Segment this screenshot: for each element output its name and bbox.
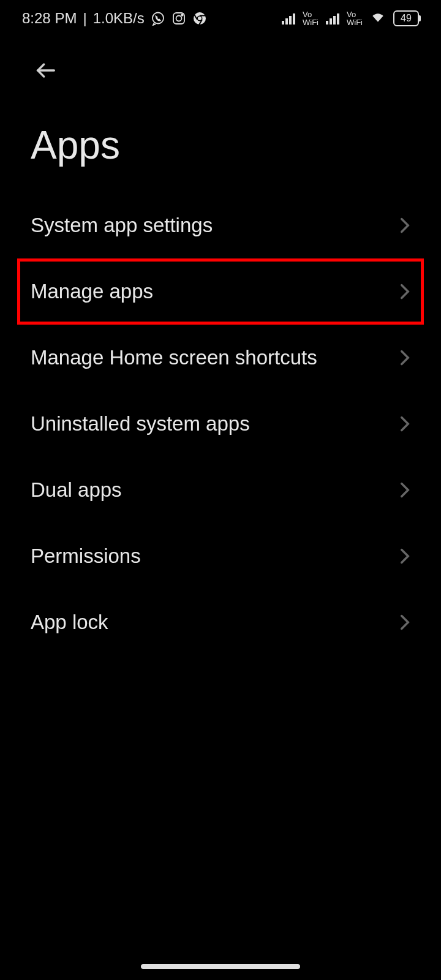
menu-label: Dual apps [31,478,122,502]
chevron-right-icon [399,481,410,499]
menu-label: Permissions [31,545,141,568]
wifi-icon [370,9,386,28]
menu-label: Uninstalled system apps [31,412,250,435]
status-network-speed: 1.0KB/s [93,10,145,27]
svg-point-3 [181,14,183,16]
status-bar-right: VoWiFi VoWiFi 49 [282,9,419,28]
svg-point-6 [198,17,202,20]
chevron-right-icon [399,349,410,366]
menu-item-manage-home-shortcuts[interactable]: Manage Home screen shortcuts [0,325,441,391]
instagram-icon [172,11,186,26]
chevron-right-icon [399,283,410,300]
battery-level: 49 [401,13,412,24]
menu-item-app-lock[interactable]: App lock [0,589,441,655]
status-bar-left: 8:28 PM | 1.0KB/s [22,10,207,27]
menu-item-system-app-settings[interactable]: System app settings [0,192,441,258]
status-separator: | [83,10,86,27]
status-time: 8:28 PM [22,10,77,27]
menu-item-dual-apps[interactable]: Dual apps [0,457,441,523]
menu-label: System app settings [31,214,213,237]
svg-point-2 [176,16,181,21]
whatsapp-icon [151,11,165,26]
menu-item-manage-apps[interactable]: Manage apps [17,258,424,325]
sim1-vowifi-label: VoWiFi [303,10,318,26]
chrome-icon [192,11,207,26]
signal-bars-sim1-icon [282,12,295,24]
menu-item-uninstalled-system-apps[interactable]: Uninstalled system apps [0,391,441,457]
sim2-vowifi-label: VoWiFi [347,10,363,26]
menu-label: Manage Home screen shortcuts [31,346,317,369]
chevron-right-icon [399,415,410,432]
chevron-right-icon [399,548,410,565]
home-indicator[interactable] [141,964,300,969]
settings-menu: System app settings Manage apps Manage H… [0,192,441,655]
page-title: Apps [0,92,441,192]
menu-label: App lock [31,611,108,634]
chevron-right-icon [399,614,410,631]
header [0,37,441,92]
svg-point-0 [153,13,164,24]
back-button[interactable] [31,55,61,86]
menu-item-permissions[interactable]: Permissions [0,523,441,589]
status-bar: 8:28 PM | 1.0KB/s [0,0,441,37]
signal-bars-sim2-icon [326,12,339,24]
chevron-right-icon [399,217,410,234]
menu-label: Manage apps [31,280,153,303]
battery-indicator: 49 [393,10,419,26]
